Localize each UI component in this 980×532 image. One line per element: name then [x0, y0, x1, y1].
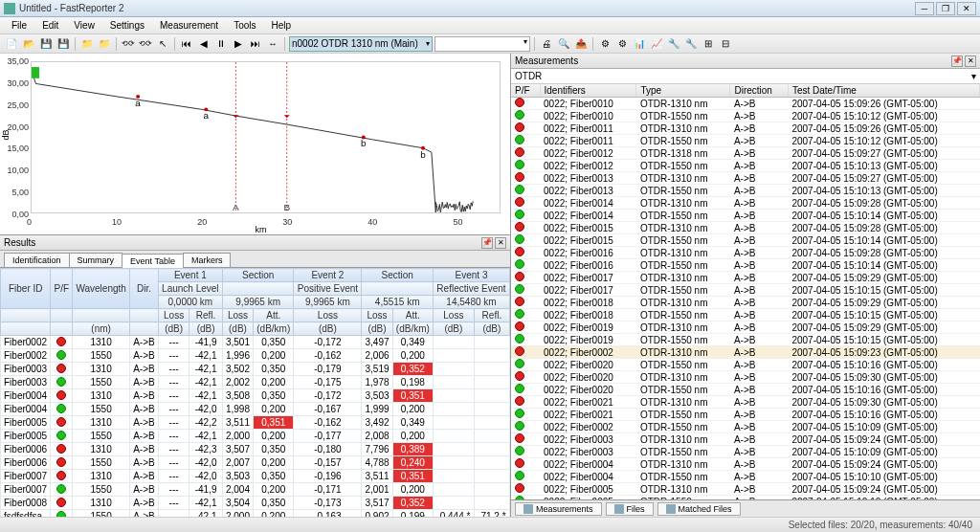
tab-summary[interactable]: Summary — [69, 253, 123, 267]
table-row[interactable]: fsdfsdfsa1550A->B----42,12,0000,200-0,16… — [1, 510, 510, 518]
meas-row[interactable]: 0022; Fiber0021OTDR-1550 nmA->B2007-04-0… — [511, 409, 980, 421]
table-row[interactable]: Fiber00021550A->B----42,11,9960,200-0,16… — [1, 349, 510, 363]
meas-row[interactable]: 0022; Fiber0003OTDR-1310 nmA->B2007-04-0… — [511, 433, 980, 446]
meas-row[interactable]: 0022; Fiber0020OTDR-1550 nmA->B2007-04-0… — [511, 359, 980, 371]
table-row[interactable]: Fiber00061550A->B----42,02,0070,200-0,15… — [1, 456, 510, 470]
table-row[interactable]: Fiber00041310A->B----42,13,5080,350-0,17… — [1, 389, 510, 403]
tool8-icon[interactable]: ⊟ — [718, 36, 733, 52]
tool7-icon[interactable]: ⊞ — [701, 36, 716, 52]
pin-icon[interactable]: 📌 — [481, 237, 493, 249]
meas-row[interactable]: 0022; Fiber0004OTDR-1550 nmA->B2007-04-0… — [511, 471, 980, 483]
new-icon[interactable]: 📄 — [4, 36, 19, 52]
menu-edit[interactable]: Edit — [34, 18, 66, 33]
menu-measurement[interactable]: Measurement — [152, 18, 226, 33]
meas-row[interactable]: 0022; Fiber0017OTDR-1310 nmA->B2007-04-0… — [511, 272, 980, 284]
bottom-tab-matched-files[interactable]: Matched Files — [657, 502, 741, 516]
meas-row[interactable]: 0022; Fiber0003OTDR-1550 nmA->B2007-04-0… — [511, 446, 980, 458]
meas-row[interactable]: 0022; Fiber0015OTDR-1310 nmA->B2007-04-0… — [511, 222, 980, 234]
meas-row[interactable]: 0022; Fiber0005OTDR-1310 nmA->B2007-04-0… — [511, 483, 980, 496]
meas-row[interactable]: 0022; Fiber0018OTDR-1550 nmA->B2007-04-0… — [511, 309, 980, 321]
table-row[interactable]: Fiber00031310A->B----42,13,5020,350-0,17… — [1, 363, 510, 376]
marker-next-icon[interactable]: ▶ — [231, 36, 246, 52]
meas-row[interactable]: 0022; Fiber0002OTDR-1550 nmA->B2007-04-0… — [511, 421, 980, 433]
meas-col-direction[interactable]: Direction — [730, 84, 788, 98]
meas-row[interactable]: 0022; Fiber0020OTDR-1310 nmA->B2007-04-0… — [511, 371, 980, 384]
meas-pin-icon[interactable]: 📌 — [951, 55, 963, 67]
measurements-table-wrap[interactable]: P/FIdentifiersTypeDirectionTest Date/Tim… — [511, 84, 980, 499]
meas-row[interactable]: 0022; Fiber0017OTDR-1550 nmA->B2007-04-0… — [511, 284, 980, 297]
zoom-mode2-icon[interactable]: ⟲⟳ — [138, 36, 153, 52]
tool5-icon[interactable]: 🔧 — [666, 36, 681, 52]
menu-view[interactable]: View — [66, 18, 102, 33]
meas-close-icon[interactable]: ✕ — [965, 55, 976, 67]
meas-row[interactable]: 0022; Fiber0012OTDR-1550 nmA->B2007-04-0… — [511, 160, 980, 172]
marker-last-icon[interactable]: ⏭ — [248, 36, 263, 52]
folder2-icon[interactable]: 📁 — [97, 36, 112, 52]
filter-select[interactable] — [434, 36, 530, 52]
table-row[interactable]: Fiber00061310A->B----42,33,5070,350-0,18… — [1, 443, 510, 456]
zoom-mode-icon[interactable]: ⟲⟳ — [121, 36, 136, 52]
marker-pause-icon[interactable]: ⏸ — [213, 36, 229, 52]
meas-row[interactable]: 0022; Fiber0018OTDR-1310 nmA->B2007-04-0… — [511, 297, 980, 309]
meas-row[interactable]: 0022; Fiber0011OTDR-1550 nmA->B2007-04-0… — [511, 135, 980, 147]
meas-col-pf[interactable]: P/F — [511, 84, 540, 98]
meas-col-type[interactable]: Type — [636, 84, 730, 98]
meas-row[interactable]: 0022; Fiber0014OTDR-1550 nmA->B2007-04-0… — [511, 210, 980, 222]
marker-prev-icon[interactable]: ◀ — [196, 36, 212, 52]
preview-icon[interactable]: 🔍 — [556, 36, 571, 52]
marker-move-icon[interactable]: ↔ — [265, 36, 280, 52]
table-row[interactable]: Fiber00051550A->B----42,12,0000,200-0,17… — [1, 430, 510, 443]
export-icon[interactable]: 📤 — [573, 36, 589, 52]
meas-row[interactable]: 0022; Fiber0010OTDR-1310 nmA->B2007-04-0… — [511, 98, 980, 110]
meas-row[interactable]: 0022; Fiber0010OTDR-1550 nmA->B2007-04-0… — [511, 110, 980, 122]
menu-help[interactable]: Help — [264, 18, 300, 33]
meas-row[interactable]: 0022; Fiber0019OTDR-1550 nmA->B2007-04-0… — [511, 334, 980, 346]
tab-markers[interactable]: Markers — [183, 253, 232, 267]
table-row[interactable]: Fiber00071310A->B----42,03,5030,350-0,19… — [1, 470, 510, 483]
meas-row[interactable]: 0022; Fiber0016OTDR-1310 nmA->B2007-04-0… — [511, 247, 980, 259]
table-row[interactable]: Fiber00021310A->B----41,93,5010,350-0,17… — [1, 336, 510, 349]
meas-col-identifiers[interactable]: Identifiers — [540, 84, 636, 98]
meas-row[interactable]: 0022; Fiber0019OTDR-1310 nmA->B2007-04-0… — [511, 321, 980, 334]
tool4-icon[interactable]: 📈 — [649, 36, 664, 52]
folder-icon[interactable]: 📁 — [79, 36, 95, 52]
meas-col-testdatetime[interactable]: Test Date/Time — [788, 84, 979, 98]
maximize-button[interactable]: ❐ — [936, 2, 955, 15]
menu-file[interactable]: File — [4, 18, 34, 33]
table-row[interactable]: Fiber00081310A->B----42,13,5040,350-0,17… — [1, 497, 510, 510]
tool6-icon[interactable]: 🔧 — [683, 36, 699, 52]
meas-row[interactable]: 0022; Fiber0011OTDR-1310 nmA->B2007-04-0… — [511, 122, 980, 135]
meas-row[interactable]: 0022; Fiber0016OTDR-1550 nmA->B2007-04-0… — [511, 259, 980, 272]
dropdown-icon[interactable]: ▾ — [971, 71, 976, 81]
minimize-button[interactable]: ─ — [915, 2, 934, 15]
menu-tools[interactable]: Tools — [226, 18, 263, 33]
menu-settings[interactable]: Settings — [102, 18, 152, 33]
cursor-icon[interactable]: ↖ — [155, 36, 170, 52]
close-panel-icon[interactable]: ✕ — [495, 237, 506, 249]
tool2-icon[interactable]: ⚙ — [614, 36, 630, 52]
bottom-tab-files[interactable]: Files — [606, 502, 654, 516]
table-row[interactable]: Fiber00051310A->B----42,23,5110,351-0,16… — [1, 416, 510, 430]
tab-event-table[interactable]: Event Table — [122, 254, 184, 268]
table-row[interactable]: Fiber00071550A->B----41,92,0040,200-0,17… — [1, 483, 510, 497]
tool1-icon[interactable]: ⚙ — [597, 36, 612, 52]
table-row[interactable]: Fiber00031550A->B----42,12,0020,200-0,17… — [1, 376, 510, 389]
tab-identification[interactable]: Identification — [4, 253, 70, 267]
meas-row[interactable]: 0022; Fiber0015OTDR-1550 nmA->B2007-04-0… — [511, 234, 980, 247]
otdr-chart[interactable]: 0,005,0010,0015,0020,0025,0030,0035,00 0… — [0, 54, 510, 235]
meas-row[interactable]: 0022; Fiber0012OTDR-1318 nmA->B2007-04-0… — [511, 147, 980, 160]
print-icon[interactable]: 🖨 — [539, 36, 554, 52]
meas-row[interactable]: 0022; Fiber0013OTDR-1550 nmA->B2007-04-0… — [511, 185, 980, 197]
meas-row[interactable]: 0022; Fiber0013OTDR-1310 nmA->B2007-04-0… — [511, 172, 980, 185]
meas-row[interactable]: 0022; Fiber0014OTDR-1310 nmA->B2007-04-0… — [511, 197, 980, 210]
open-icon[interactable]: 📂 — [21, 36, 36, 52]
measurement-select[interactable]: n0002 OTDR 1310 nm (Main) — [289, 36, 433, 52]
bottom-tab-measurements[interactable]: Measurements — [515, 502, 602, 516]
meas-row[interactable]: 0022; Fiber0020OTDR-1550 nmA->B2007-04-0… — [511, 384, 980, 396]
meas-row[interactable]: 0022; Fiber0004OTDR-1310 nmA->B2007-04-0… — [511, 458, 980, 471]
close-button[interactable]: ✕ — [957, 2, 976, 15]
save-icon[interactable]: 💾 — [38, 36, 54, 52]
meas-row[interactable]: 0022; Fiber0002OTDR-1310 nmA->B2007-04-0… — [511, 346, 980, 359]
saveall-icon[interactable]: 💾 — [56, 36, 71, 52]
tool3-icon[interactable]: 📊 — [632, 36, 647, 52]
